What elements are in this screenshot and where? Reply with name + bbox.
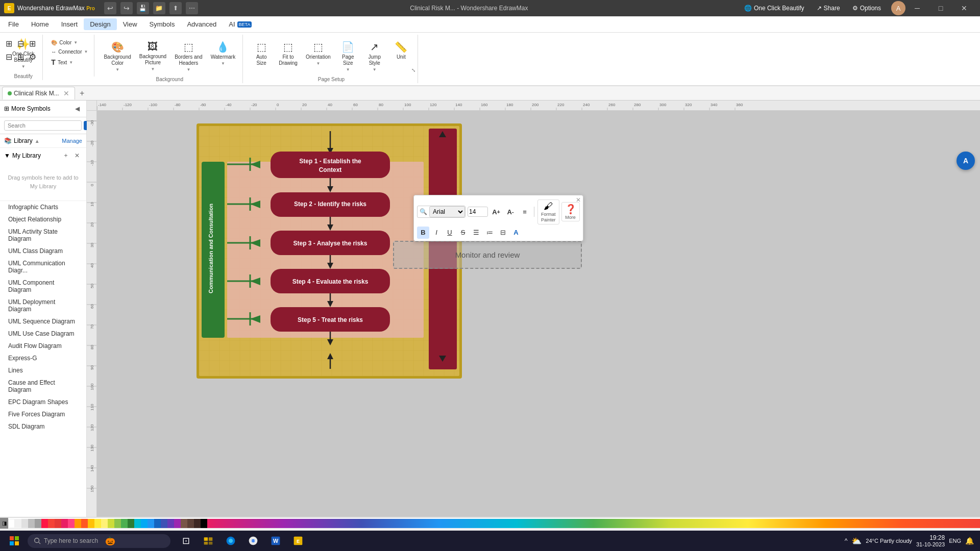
- jump-style-btn[interactable]: ↗ JumpStyle ▼: [362, 39, 387, 74]
- list-item-uml-use[interactable]: UML Use Case Diagram ✕: [0, 328, 86, 340]
- color-swatch-lightgray2[interactable]: [21, 519, 28, 528]
- more-btn[interactable]: ⋯: [186, 2, 198, 14]
- menu-file[interactable]: File: [2, 18, 25, 30]
- list-item-uml-deploy[interactable]: UML Deployment Diagram ✕: [0, 296, 86, 315]
- italic-btn[interactable]: I: [430, 227, 443, 239]
- color-swatch-lightyellow[interactable]: [101, 519, 108, 528]
- color-swatch-red2[interactable]: [48, 519, 55, 528]
- start-btn[interactable]: [2, 531, 27, 551]
- font-size-increase-btn[interactable]: A+: [490, 206, 502, 218]
- color-picker-btn[interactable]: ◨: [0, 518, 8, 529]
- export-btn[interactable]: ⬆: [169, 2, 182, 14]
- notification-btn[interactable]: 🔔: [965, 537, 974, 545]
- ai-assistant-btn[interactable]: A: [957, 152, 975, 170]
- my-library-add-btn[interactable]: +: [61, 151, 71, 161]
- menu-view[interactable]: View: [117, 18, 143, 30]
- color-swatch-red3[interactable]: [55, 519, 61, 528]
- list-item-sdl[interactable]: SDL Diagram ✕: [0, 420, 86, 433]
- beautify-sm1[interactable]: ⊞: [4, 38, 14, 49]
- edrawmax-btn[interactable]: E: [288, 531, 308, 551]
- color-swatch-yellow[interactable]: [94, 519, 101, 528]
- color-swatch-violet[interactable]: [174, 519, 181, 528]
- beautify-dropdown[interactable]: ▼: [21, 64, 26, 69]
- color-swatch-cyan[interactable]: [134, 519, 141, 528]
- text-btn[interactable]: T Text ▼: [49, 57, 90, 67]
- menu-advanced[interactable]: Advanced: [181, 18, 223, 30]
- beautify-sm2[interactable]: ⊟: [15, 38, 26, 49]
- color-swatch-blue[interactable]: [148, 519, 154, 528]
- list-item-uml-activity[interactable]: UML Activity State Diagram ✕: [0, 226, 86, 245]
- underline-btn[interactable]: U: [444, 227, 456, 239]
- taskbar-search-box[interactable]: Type here to search 🎃: [28, 534, 170, 548]
- menu-design[interactable]: Design: [84, 18, 116, 30]
- folder-btn[interactable]: 📁: [153, 2, 165, 14]
- my-library-close-btn[interactable]: ✕: [72, 151, 82, 161]
- menu-home[interactable]: Home: [25, 18, 55, 30]
- tab-close-btn[interactable]: ✕: [63, 89, 69, 97]
- text-color-btn[interactable]: A: [510, 227, 522, 239]
- color-swatch-green[interactable]: [121, 519, 128, 528]
- list-item-infographic[interactable]: Infographic Charts ✕: [0, 201, 86, 213]
- color-swatch-gray[interactable]: [28, 519, 35, 528]
- edge-btn[interactable]: [220, 531, 241, 551]
- beautify-sm6[interactable]: ⚙: [27, 51, 38, 63]
- monitor-review-shape[interactable]: Monitor and review: [393, 241, 582, 269]
- color-swatch-pink[interactable]: [61, 519, 68, 528]
- color-swatch-darkblue[interactable]: [154, 519, 161, 528]
- redo-btn[interactable]: ↪: [120, 2, 133, 14]
- list-item-uml-comm[interactable]: UML Communication Diagr... ✕: [0, 257, 86, 277]
- list-item-object-rel[interactable]: Object Relationship ✕: [0, 213, 86, 226]
- publish-btn[interactable]: 🌐 One Click Beautify: [740, 3, 808, 13]
- color-swatch-purple[interactable]: [167, 519, 174, 528]
- color-swatch-red1[interactable]: [41, 519, 48, 528]
- canvas[interactable]: Communication and Consultation Step 1 - …: [97, 111, 980, 517]
- beautify-sm4[interactable]: ⊟: [4, 51, 14, 63]
- share-btn[interactable]: ↗ Share: [813, 3, 844, 13]
- color-btn[interactable]: 🎨 Color ▼: [49, 39, 90, 46]
- auto-size-btn[interactable]: ⬚ AutoSize: [249, 39, 274, 68]
- close-btn[interactable]: ✕: [952, 0, 976, 16]
- color-swatch-deeporange[interactable]: [81, 519, 88, 528]
- minimize-btn[interactable]: ─: [905, 0, 929, 16]
- connector-btn[interactable]: ↔ Connector ▼: [49, 48, 90, 56]
- toolbar-close-btn[interactable]: ✕: [576, 196, 581, 204]
- list-item-uml-seq[interactable]: UML Sequence Diagram ✕: [0, 315, 86, 328]
- clock[interactable]: 19:28 31-10-2023: [916, 534, 945, 547]
- watermark-btn[interactable]: 💧 Watermark ▼: [208, 39, 239, 68]
- taskview-btn[interactable]: ⊡: [176, 531, 196, 551]
- num-list-btn[interactable]: ≔: [483, 227, 496, 239]
- save-btn[interactable]: 💾: [137, 2, 149, 14]
- chrome-btn[interactable]: [243, 531, 263, 551]
- more-btn-toolbar[interactable]: ❓ More: [561, 202, 580, 221]
- canvas-area[interactable]: -140 -120 -100 -80 -60 -40 -20 0: [87, 101, 980, 517]
- color-swatch-brown[interactable]: [181, 519, 187, 528]
- search-input[interactable]: [4, 120, 82, 131]
- color-swatch-darkgreen[interactable]: [128, 519, 134, 528]
- bullet-list-btn[interactable]: ☰: [470, 227, 482, 239]
- menu-insert[interactable]: Insert: [55, 18, 84, 30]
- list-item-cause[interactable]: Cause and Effect Diagram ✕: [0, 377, 86, 396]
- color-swatch-darkestbrown[interactable]: [194, 519, 201, 528]
- color-swatch-lightblue[interactable]: [141, 519, 148, 528]
- color-swatch-indigo[interactable]: [161, 519, 167, 528]
- manage-btn[interactable]: Manage: [62, 138, 82, 144]
- menu-ai[interactable]: AI BETA: [223, 18, 258, 30]
- strikethrough-btn[interactable]: S: [457, 227, 469, 239]
- undo-btn[interactable]: ↩: [104, 2, 116, 14]
- background-picture-btn[interactable]: 🖼 BackgroundPicture ▼: [136, 39, 169, 73]
- add-tab-btn[interactable]: +: [76, 87, 88, 99]
- list-item-uml-component[interactable]: UML Component Diagram ✕: [0, 277, 86, 296]
- bold-btn[interactable]: B: [417, 227, 429, 239]
- my-library-header[interactable]: ▼ My Library + ✕: [0, 148, 86, 163]
- color-swatch-black[interactable]: [201, 519, 207, 528]
- pagesetup-expand[interactable]: ⤡: [411, 67, 415, 73]
- color-swatch-hotpink[interactable]: [68, 519, 75, 528]
- list-item-lines[interactable]: Lines ✕: [0, 364, 86, 377]
- beautify-sm5[interactable]: ⊞: [15, 51, 26, 63]
- borders-headers-btn[interactable]: ⬚ Borders andHeaders ▼: [172, 39, 205, 74]
- font-size-decrease-btn[interactable]: A-: [504, 206, 517, 218]
- orientation-btn[interactable]: ⬚ Orientation ▼: [303, 39, 334, 68]
- background-color-btn[interactable]: 🎨 BackgroundColor ▼: [101, 39, 134, 74]
- color-swatch-lime[interactable]: [108, 519, 114, 528]
- doc-tab-clinical-risk[interactable]: Clinical Risk M... ✕: [2, 87, 75, 99]
